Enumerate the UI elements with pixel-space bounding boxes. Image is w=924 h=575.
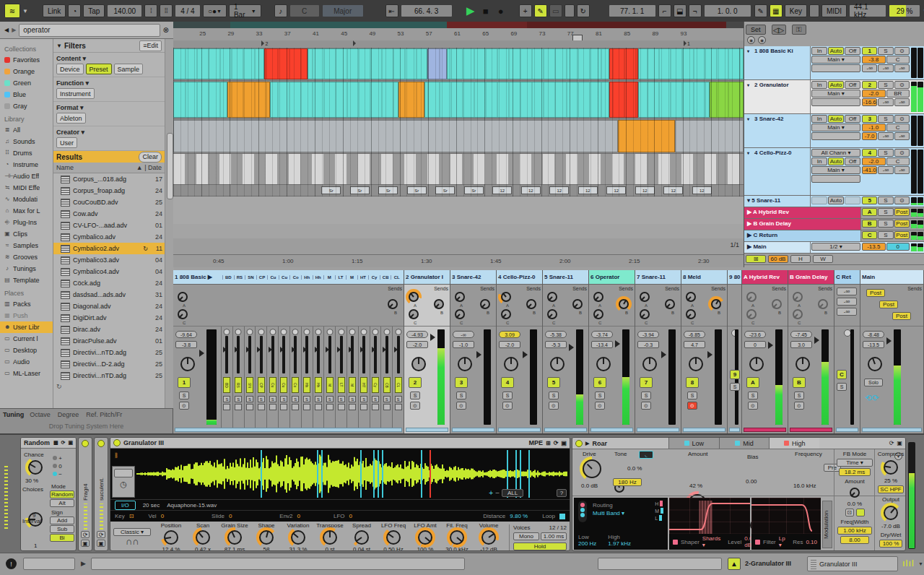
nudge-down-icon[interactable]: ⦙ (144, 4, 157, 17)
fader-handle[interactable] (523, 351, 528, 358)
arrangement-clip[interactable] (264, 48, 307, 79)
return-letter[interactable]: A (862, 208, 877, 216)
shaper-type[interactable]: Shards ▾ (702, 535, 720, 548)
mixer-track-name[interactable]: 3 Snare-42 (450, 270, 496, 285)
arm-button[interactable]: ⊙ (595, 402, 605, 410)
pad-tag[interactable]: CL (395, 377, 402, 393)
chevron-down-icon[interactable]: ▼ (22, 8, 28, 14)
pan-knob[interactable] (641, 355, 658, 373)
pad-pan-dot[interactable] (224, 329, 230, 335)
beat-time-ruler[interactable]: 252933374145495357616569737781858993 (173, 28, 744, 41)
send-b-value[interactable]: -∞ (878, 166, 893, 174)
solo-button[interactable]: S (730, 383, 740, 391)
send-c-value[interactable]: -∞ (894, 98, 910, 106)
shaper-enable-icon[interactable] (673, 540, 678, 545)
browser-forward-icon[interactable]: ▶ (12, 27, 16, 33)
arrangement-clip[interactable] (173, 82, 227, 118)
peak-value[interactable]: -5.38 (545, 331, 567, 338)
pad-arm-button[interactable] (372, 404, 379, 410)
filter-group-label[interactable]: Function ▾ (56, 79, 162, 87)
track-header-1[interactable]: ▾1 808 Basic KiInAutoOffMain ▾1S⊙-3.8C-∞… (744, 46, 924, 80)
solo-button[interactable]: S (595, 392, 605, 399)
help-button[interactable]: ? (557, 489, 567, 497)
key-mode-icon[interactable]: ⊡ (129, 513, 134, 519)
pad-arm-button[interactable] (395, 404, 402, 410)
volume-value[interactable]: -0.3 (637, 341, 659, 348)
sidebar-item-instrume[interactable]: ◔Instrume (0, 159, 53, 170)
mixer-track-name[interactable]: 7 Snare-11 (635, 270, 681, 285)
clip-track-row[interactable]: SrSrSrSrSrSr1212121212121212 (173, 185, 744, 196)
roar-tab-mid[interactable]: Mid (719, 438, 770, 449)
pad-arm-button[interactable] (349, 404, 356, 410)
lfo-value[interactable]: 0 (349, 513, 352, 519)
send-b-knob[interactable] (770, 298, 783, 311)
record-button[interactable]: ● (494, 4, 507, 17)
clip-track-row[interactable] (173, 154, 744, 185)
pad-name[interactable]: Cu (267, 275, 279, 280)
clip-fragment[interactable]: 12 (492, 186, 512, 194)
solo-button[interactable]: S (794, 392, 804, 399)
return-letter[interactable]: C (862, 231, 877, 239)
arrangement-clip[interactable] (427, 48, 448, 79)
arrangement-clip[interactable] (173, 48, 264, 79)
stop-button[interactable]: ■ (479, 4, 492, 17)
mixer-track-name[interactable]: 5 Snare-11 (543, 270, 588, 285)
file-row[interactable]: dasdsad...ads.adv31 (53, 289, 165, 301)
solo-button[interactable]: S (878, 47, 893, 55)
solo-button[interactable]: S (549, 392, 559, 399)
pad-tag[interactable]: Hh (315, 377, 322, 393)
peak-value[interactable]: -8.48 (863, 331, 884, 338)
send-b-value[interactable]: -∞ (878, 98, 893, 106)
mixer-strip-7[interactable]: 7 Snare-11SendsABC-3.94-0.37S⊙ (635, 270, 681, 433)
track-number[interactable]: B (793, 377, 806, 388)
automation-lane-1[interactable] (173, 196, 744, 225)
return-track-C[interactable]: ▶ C ReturnCSPost (744, 230, 924, 242)
chance-knob[interactable] (27, 459, 44, 476)
clip-track-row[interactable] (173, 81, 744, 119)
monitor-auto[interactable]: Auto (828, 196, 844, 204)
pad-tag[interactable]: CP (258, 377, 265, 393)
pad-fader-handle[interactable] (269, 347, 272, 353)
track-header-3[interactable]: ▾3 Snare-42InAutoOffMain ▾3S⊙-1.0C-7.0-∞… (744, 114, 924, 148)
track-number[interactable]: 4 (501, 377, 514, 388)
pad-name[interactable]: RS (234, 275, 245, 280)
sidebar-item-blue[interactable]: Blue (0, 89, 53, 100)
pad-arm-button[interactable] (235, 404, 242, 410)
pad-name[interactable]: CP (256, 275, 268, 280)
track-color-strip[interactable] (637, 428, 679, 432)
pad-name[interactable]: Cu (279, 275, 290, 280)
clear-results-button[interactable]: Clear (139, 152, 162, 163)
file-row[interactable]: Dirac.adv24 (53, 324, 165, 335)
scale-display[interactable]: Major (322, 4, 364, 17)
file-row[interactable]: Diagonal.adv24 (53, 301, 165, 312)
knob[interactable] (162, 529, 180, 546)
arrangement-position[interactable]: 66. 4. 3 (401, 4, 453, 17)
column-date[interactable]: ▲ | Date (136, 164, 162, 171)
mono-button[interactable]: Mono (513, 532, 539, 540)
high-value[interactable]: 1.97 kHz (608, 540, 631, 547)
pad-solo-button[interactable]: S (223, 396, 230, 402)
solo-button[interactable]: S (878, 196, 893, 204)
sidebar-item-audio-eff[interactable]: ⊣⊢Audio Eff (0, 170, 53, 182)
sidebar-item-all[interactable]: ≣All (0, 124, 53, 136)
arrangement-clip[interactable] (447, 48, 609, 79)
pad-name[interactable]: LT (335, 275, 346, 280)
monitor-off[interactable] (845, 196, 860, 204)
filter-tag-device[interactable]: Device (56, 64, 84, 74)
arm-button[interactable]: ⊙ (894, 81, 910, 89)
attack-value[interactable]: 1.00 ms (541, 532, 567, 540)
arrangement-clip[interactable] (638, 82, 710, 118)
pad-pan-dot[interactable] (326, 329, 333, 335)
file-row[interactable]: Cöck.adg24 (53, 277, 165, 289)
pad-tag[interactable]: SN (246, 377, 253, 393)
arrangement-clip[interactable] (270, 82, 398, 118)
clip-fragment[interactable]: 12 (549, 186, 569, 194)
pad-name[interactable]: HT (357, 275, 369, 280)
expand-device-icon[interactable]: ▶ (585, 441, 589, 446)
pad-arm-button[interactable] (338, 404, 345, 410)
arrangement-clip[interactable] (710, 82, 744, 118)
drum-pad-channel[interactable]: CPS (255, 327, 266, 428)
fb-link-icon[interactable]: ⊡ (845, 509, 854, 516)
track-color-strip[interactable] (590, 428, 633, 432)
send-a-knob[interactable] (176, 290, 189, 303)
